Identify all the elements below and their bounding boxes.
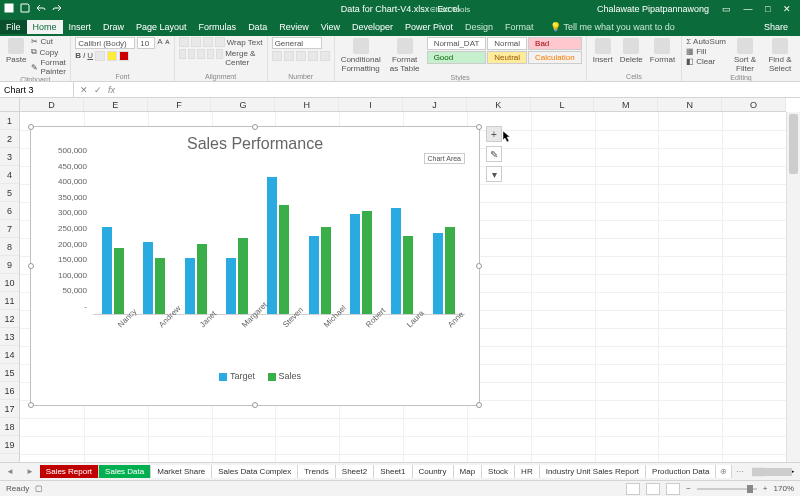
sheet-tab-market-share[interactable]: Market Share: [151, 465, 212, 478]
bar-target-Michael[interactable]: [309, 236, 319, 314]
comma-icon[interactable]: [296, 51, 306, 61]
bar-sales-Nancy[interactable]: [114, 248, 124, 314]
col-header-O[interactable]: O: [722, 98, 786, 111]
insert-cells-button[interactable]: Insert: [591, 37, 615, 65]
redo-icon[interactable]: [52, 3, 62, 15]
align-top-icon[interactable]: [179, 37, 189, 47]
row-header-15[interactable]: 15: [0, 364, 19, 382]
style-neutral[interactable]: Neutral: [487, 51, 527, 64]
font-size-select[interactable]: 10: [137, 37, 155, 49]
col-header-F[interactable]: F: [148, 98, 212, 111]
format-as-table-button[interactable]: Format as Table: [386, 37, 424, 74]
view-page-break-button[interactable]: [666, 483, 680, 495]
sheet-nav-next[interactable]: ►: [20, 467, 40, 476]
inc-decimal-icon[interactable]: [308, 51, 318, 61]
row-header-5[interactable]: 5: [0, 184, 19, 202]
row-header-12[interactable]: 12: [0, 310, 19, 328]
italic-button[interactable]: I: [83, 51, 85, 61]
col-header-D[interactable]: D: [20, 98, 84, 111]
col-header-N[interactable]: N: [658, 98, 722, 111]
col-header-L[interactable]: L: [531, 98, 595, 111]
sheet-nav-prev[interactable]: ◄: [0, 467, 20, 476]
tab-format[interactable]: Format: [499, 20, 540, 34]
chart-bars[interactable]: [93, 159, 465, 315]
number-format-select[interactable]: General: [272, 37, 322, 49]
sheet-tab-sheet2[interactable]: Sheet2: [336, 465, 374, 478]
bar-sales-Michael[interactable]: [321, 227, 331, 314]
row-header-2[interactable]: 2: [0, 130, 19, 148]
row-header-14[interactable]: 14: [0, 346, 19, 364]
underline-button[interactable]: U: [87, 51, 93, 61]
bar-sales-Laura[interactable]: [403, 236, 413, 314]
sheet-tab-country[interactable]: Country: [413, 465, 454, 478]
undo-icon[interactable]: [36, 3, 46, 15]
col-header-I[interactable]: I: [339, 98, 403, 111]
bar-target-Nancy[interactable]: [102, 227, 112, 314]
chart-x-axis[interactable]: NancyAndrewJanetMargaretStevenMichaelRob…: [93, 315, 465, 341]
sheet-tab-map[interactable]: Map: [454, 465, 483, 478]
sheet-tab-hr[interactable]: HR: [515, 465, 540, 478]
autosum-button[interactable]: ΣAutoSum: [686, 37, 726, 46]
share-button[interactable]: Share: [758, 20, 794, 34]
chart-legend[interactable]: Target Sales: [31, 371, 479, 381]
row-header-13[interactable]: 13: [0, 328, 19, 346]
align-right-icon[interactable]: [197, 49, 204, 59]
percent-icon[interactable]: [284, 51, 294, 61]
tab-formulas[interactable]: Formulas: [193, 20, 243, 34]
paste-button[interactable]: Paste: [4, 37, 28, 65]
chart-styles-button[interactable]: ✎: [486, 146, 502, 162]
sheet-tab-production-data[interactable]: Production Data: [646, 465, 716, 478]
row-header-7[interactable]: 7: [0, 220, 19, 238]
enter-formula-icon[interactable]: ✓: [94, 85, 102, 95]
zoom-slider[interactable]: [697, 488, 757, 490]
column-headers[interactable]: DEFGHIJKLMNO: [20, 98, 786, 112]
find-select-button[interactable]: Find & Select: [764, 37, 796, 74]
clear-button[interactable]: ◧Clear: [686, 57, 726, 66]
fill-color-icon[interactable]: [107, 51, 117, 61]
tab-data[interactable]: Data: [242, 20, 273, 34]
col-header-G[interactable]: G: [211, 98, 275, 111]
border-icon[interactable]: [95, 51, 105, 61]
font-color-icon[interactable]: [119, 51, 129, 61]
cut-button[interactable]: ✂Cut: [31, 37, 66, 46]
bar-target-Margaret[interactable]: [226, 258, 236, 314]
horizontal-scrollbar[interactable]: [752, 467, 764, 477]
indent-inc-icon[interactable]: [216, 49, 223, 59]
sheet-tab-sheet1[interactable]: Sheet1: [374, 465, 412, 478]
delete-cells-button[interactable]: Delete: [618, 37, 645, 65]
sheet-tab-sales-data[interactable]: Sales Data: [99, 465, 151, 478]
chart-object[interactable]: Sales Performance Chart Area -50,000100,…: [30, 126, 480, 406]
save-icon[interactable]: [20, 3, 30, 15]
format-painter-button[interactable]: ✎Format Painter: [31, 58, 66, 76]
view-normal-button[interactable]: [626, 483, 640, 495]
col-header-J[interactable]: J: [403, 98, 467, 111]
sheet-more-icon[interactable]: ⋯: [732, 467, 748, 476]
row-header-11[interactable]: 11: [0, 292, 19, 310]
font-name-select[interactable]: Calibri (Body): [75, 37, 135, 49]
row-header-10[interactable]: 10: [0, 274, 19, 292]
chart-elements-button[interactable]: +: [486, 126, 502, 142]
decrease-font-icon[interactable]: ᴀ: [165, 37, 170, 49]
bar-target-Andrew[interactable]: [143, 242, 153, 314]
zoom-in-button[interactable]: +: [763, 484, 768, 493]
vertical-scrollbar[interactable]: [786, 112, 800, 462]
row-header-1[interactable]: 1: [0, 112, 19, 130]
copy-button[interactable]: ⧉Copy: [31, 47, 66, 57]
style-normal-dat[interactable]: Normal_DAT: [427, 37, 487, 50]
bold-button[interactable]: B: [75, 51, 81, 61]
bar-target-Laura[interactable]: [391, 208, 401, 314]
bar-sales-Steven[interactable]: [279, 205, 289, 314]
bar-sales-Robert[interactable]: [362, 211, 372, 314]
scrollbar-thumb[interactable]: [789, 114, 798, 174]
dec-decimal-icon[interactable]: [320, 51, 330, 61]
bar-target-Robert[interactable]: [350, 214, 360, 314]
sheet-tab-sales-report[interactable]: Sales Report: [40, 465, 99, 478]
row-headers[interactable]: 12345678910111213141516171819: [0, 112, 20, 462]
tab-file[interactable]: File: [0, 20, 27, 34]
view-page-layout-button[interactable]: [646, 483, 660, 495]
row-header-18[interactable]: 18: [0, 418, 19, 436]
tab-developer[interactable]: Developer: [346, 20, 399, 34]
bar-target-Steven[interactable]: [267, 177, 277, 314]
merge-center-button[interactable]: Merge & Center: [225, 49, 262, 67]
row-header-6[interactable]: 6: [0, 202, 19, 220]
